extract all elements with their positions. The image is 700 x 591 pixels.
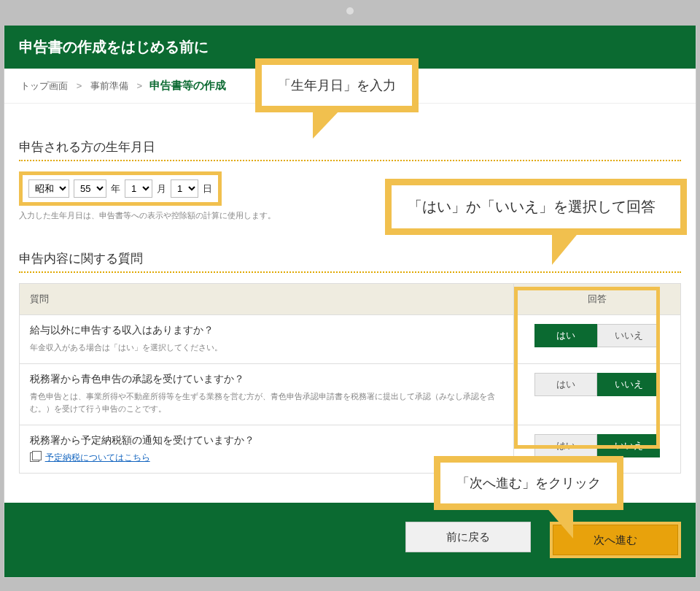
question-text: 給与以外に申告する収入はありますか？ [30, 324, 503, 337]
era-select[interactable]: 昭和 [28, 179, 69, 198]
table-row: 給与以外に申告する収入はありますか？ 年金収入がある場合は「はい」を選択してくだ… [20, 315, 681, 364]
callout-text: 「次へ進む」をクリック [456, 476, 601, 490]
table-header-row: 質問 回答 [20, 284, 681, 315]
callout-tail-icon [313, 109, 341, 139]
prepayment-link[interactable]: 予定納税についてはこちら [45, 452, 150, 463]
day-select[interactable]: 1 [171, 179, 198, 198]
footer-nav: 前に戻る 次へ進む [4, 503, 696, 577]
questions-section-title: 申告内容に関する質問 [19, 250, 681, 267]
answer-no-button[interactable]: いいえ [597, 373, 660, 396]
callout-tail-icon [545, 506, 573, 538]
answer-yes-button[interactable]: はい [534, 373, 597, 396]
callout-text: 「生年月日」を入力 [278, 78, 396, 93]
col-header-answer: 回答 [514, 284, 681, 315]
callout-text: 「はい」か「いいえ」を選択して回答 [408, 198, 656, 215]
callout-answer: 「はい」か「いいえ」を選択して回答 [385, 179, 687, 235]
month-suffix: 月 [157, 182, 166, 196]
col-header-question: 質問 [20, 284, 514, 315]
answer-yes-button[interactable]: はい [534, 434, 597, 457]
section-divider [19, 160, 681, 161]
external-link-icon [30, 452, 39, 462]
callout-tail-icon [552, 231, 580, 265]
year-suffix: 年 [111, 182, 120, 196]
section-divider [19, 271, 681, 273]
chevron-right-icon: > [77, 80, 82, 91]
page-title: 申告書の作成をはじめる前に [19, 39, 209, 55]
year-select[interactable]: 55 [74, 179, 106, 198]
table-row: 税務署から青色申告の承認を受けていますか？ 青色申告とは、事業所得や不動産所得等… [20, 363, 681, 425]
month-select[interactable]: 1 [125, 179, 152, 198]
callout-next: 「次へ進む」をクリック [434, 456, 623, 510]
breadcrumb-item[interactable]: トップ画面 [20, 80, 68, 91]
dob-section-title: 申告される方の生年月日 [19, 139, 681, 155]
question-text: 税務署から予定納税額の通知を受けていますか？ [30, 434, 503, 447]
question-subtext: 青色申告とは、事業所得や不動産所得等を生ずる業務を営む方が、青色申告承認申請書を… [30, 390, 503, 416]
question-subtext: 年金収入がある場合は「はい」を選択してください。 [30, 341, 503, 355]
callout-dob: 「生年月日」を入力 [255, 58, 419, 112]
dob-input-group: 昭和 55 年 1 月 1 日 [19, 171, 222, 206]
breadcrumb-item[interactable]: 事前準備 [90, 80, 128, 91]
prev-button[interactable]: 前に戻る [405, 522, 531, 552]
question-text: 税務署から青色申告の承認を受けていますか？ [30, 373, 503, 386]
day-suffix: 日 [203, 182, 212, 196]
browser-handle-dot [346, 7, 354, 15]
breadcrumb-current: 申告書等の作成 [149, 79, 226, 91]
answer-no-button[interactable]: いいえ [597, 434, 660, 457]
answer-no-button[interactable]: いいえ [597, 324, 660, 347]
questions-table: 質問 回答 給与以外に申告する収入はありますか？ 年金収入がある場合は「はい」を… [19, 283, 681, 474]
chevron-right-icon: > [136, 80, 142, 91]
answer-yes-button[interactable]: はい [534, 324, 597, 347]
